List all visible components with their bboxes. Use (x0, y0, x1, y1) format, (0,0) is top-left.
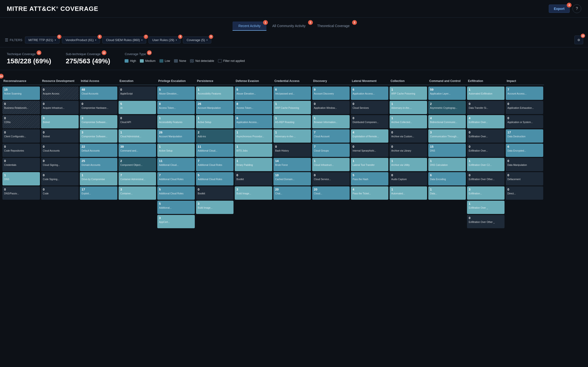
matrix-cell[interactable]: 8Access Token... (235, 101, 272, 114)
matrix-cell[interactable]: 0Credentials (2, 158, 40, 171)
matrix-cell[interactable]: 0Audio Capture (390, 172, 427, 185)
tab-theoretical-coverage[interactable]: Theoretical Coverage 3 (311, 22, 356, 31)
matrix-cell[interactable]: 11Additional Cloud... (157, 158, 195, 171)
matrix-cell[interactable]: 3AppCert... (157, 215, 195, 228)
matrix-cell[interactable]: 7Container Administrat... (119, 172, 156, 185)
matrix-cell[interactable]: 3Compromise Software... (80, 115, 117, 128)
matrix-cell[interactable]: 1BITS Jobs (235, 144, 272, 157)
matrix-cell[interactable]: 0Code Repositories (2, 144, 40, 157)
matrix-cell[interactable]: 1Active Setup (157, 144, 195, 157)
matrix-cell[interactable]: 26Account Manipulation (157, 129, 195, 143)
matrix-cell[interactable]: 5Additional Cloud Roles (196, 172, 233, 185)
matrix-cell[interactable]: 26Account Manipulation (196, 101, 233, 114)
matrix-cell[interactable]: 1DNS Calculation (428, 158, 466, 171)
matrix-cell[interactable]: 3Compromise Software... (80, 129, 117, 143)
matrix-cell[interactable]: 1Archive via Utility (390, 158, 427, 171)
matrix-cell[interactable]: 20Cloud... (312, 186, 350, 200)
matrix-cell[interactable]: 3Exfiltration... (467, 186, 504, 200)
matrix-cell[interactable]: 0Data Transfer Si... (467, 101, 504, 114)
matrix-cell[interactable]: 0AppleScript (119, 87, 156, 100)
matrix-cell[interactable]: 2Component Object... (119, 158, 156, 171)
filter-coverage[interactable]: Coverage (5) ▾ (183, 36, 211, 43)
matrix-cell[interactable]: 1ARP Cache Poisoning (390, 87, 427, 100)
matrix-cell[interactable]: 0Code (41, 186, 79, 200)
matrix-cell[interactable]: 7Account Access... (506, 87, 543, 100)
matrix-cell[interactable]: 0Cloud Signing... (41, 158, 79, 171)
matrix-cell[interactable]: 5Additional Cloud Roles (157, 186, 195, 200)
help-button[interactable]: ? (572, 4, 581, 13)
matrix-cell[interactable]: 0Client Configuratio... (2, 129, 40, 143)
matrix-cell[interactable]: 3Build Image... (196, 201, 233, 214)
matrix-cell[interactable]: 0Code Signing... (41, 172, 79, 185)
matrix-cell[interactable]: 0Distributed Componen... (351, 115, 388, 128)
matrix-cell[interactable]: 7Additional Cloud Roles (196, 158, 233, 171)
matrix-cell[interactable]: 1Active Setup (196, 115, 233, 128)
matrix-cell[interactable]: 0Compromise Hardware... (80, 101, 117, 114)
matrix-cell[interactable]: 0Exfiltration Over Other _ (467, 215, 504, 228)
matrix-cell[interactable]: 6Data Encrypted... (506, 144, 543, 157)
matrix-cell[interactable]: 0Application or System... (506, 115, 543, 128)
matrix-cell[interactable]: 11Additional Cloud... (196, 144, 233, 157)
matrix-cell[interactable]: 4Pass the Ticket... (351, 186, 388, 200)
matrix-cell[interactable]: 4Bidirectional Communic... (428, 115, 466, 128)
matrix-cell[interactable]: 2Add-ins (196, 129, 233, 143)
filter-vendor-product[interactable]: Vendor/Product (61) ▾ (62, 36, 100, 43)
matrix-cell[interactable]: 5Pass the Hash (351, 172, 388, 185)
matrix-cell[interactable]: 0Cloud Services (351, 101, 388, 114)
matrix-cell[interactable]: 0Cloud Service... (312, 172, 350, 185)
matrix-cell[interactable]: 1Lateral Tool Transfer (351, 158, 388, 171)
matrix-cell[interactable]: 1ARP Cache Poisoning (273, 101, 311, 114)
matrix-cell[interactable]: 5Abuse Elevation... (235, 87, 272, 100)
matrix-cell[interactable]: 1DNS (2, 172, 40, 185)
matrix-cell[interactable]: 0Defacement (506, 172, 543, 185)
matrix-cell[interactable]: 25Domain Accounts (80, 158, 117, 171)
matrix-cell[interactable]: 0Exfiltration Over... (467, 144, 504, 157)
matrix-cell[interactable]: 3Build Image... (235, 186, 272, 200)
matrix-cell[interactable]: 7Cloud Groups (312, 144, 350, 157)
matrix-cell[interactable]: 1Automated Exfiltration (467, 87, 504, 100)
matrix-cell[interactable]: 39Command and... (119, 144, 156, 157)
matrix-cell[interactable]: 17Exploit... (80, 186, 117, 200)
matrix-cell[interactable]: 0Direct... (506, 186, 543, 200)
matrix-cell[interactable]: 20Chat... (273, 186, 311, 200)
matrix-cell[interactable]: 6Application Access... (235, 115, 272, 128)
tab-recent-activity[interactable]: Recent Activity 1 (232, 22, 266, 31)
matrix-cell[interactable]: 59Application Layer... (428, 87, 466, 100)
matrix-cell[interactable]: 0Cloud Accounts (41, 144, 79, 157)
matrix-cell[interactable]: 0Archive via Custom... (390, 129, 427, 143)
matrix-cell[interactable]: 10Cached Domain... (273, 172, 311, 185)
matrix-cell[interactable]: 0Internal Spearphishi... (351, 144, 388, 157)
matrix-cell[interactable]: 1Cloud Administrat... (119, 129, 156, 143)
matrix-cell[interactable]: 5Additional... (157, 201, 195, 214)
matrix-cell[interactable]: 5At (119, 101, 156, 114)
matrix-cell[interactable]: 0Cloud API (119, 115, 156, 128)
matrix-cell[interactable]: 9Account Discovery (312, 87, 350, 100)
matrix-cell[interactable]: 8Access Token... (157, 101, 195, 114)
matrix-cell[interactable]: 0Acquire Access (41, 87, 79, 100)
matrix-cell[interactable]: 0Exfiltration Over... (467, 129, 504, 143)
matrix-cell[interactable]: 1Exfiltration Over _ (467, 201, 504, 214)
matrix-cell[interactable]: 0Acquire Infrastruct... (41, 101, 79, 114)
matrix-cell[interactable]: 7Cloud Account (312, 129, 350, 143)
matrix-cell[interactable]: 3Botnet (41, 115, 79, 128)
matrix-cell[interactable]: 6Data Encoding (428, 172, 466, 185)
matrix-cell[interactable]: 1Accessibility Features (196, 87, 233, 100)
matrix-cell[interactable]: 1Asynchronous Procedur... (235, 129, 272, 143)
matrix-cell[interactable]: 1Cloud Infrastruct... (312, 158, 350, 171)
matrix-cell[interactable]: 0Archive via Library (390, 144, 427, 157)
matrix-cell[interactable]: 3Communication Through... (428, 129, 466, 143)
matrix-cell[interactable]: 0Application Exhaustion... (506, 101, 543, 114)
matrix-cell[interactable]: 1Accessibility Features (157, 115, 195, 128)
matrix-cell[interactable]: 6/etc/passwd and... (273, 87, 311, 100)
filter-user-rules[interactable]: User Rules (29) ▾ (149, 36, 180, 43)
matrix-cell[interactable]: 1Adversary-in-the-... (390, 101, 427, 114)
matrix-cell[interactable]: 1Exfiltration Over C2... (467, 158, 504, 171)
matrix-cell[interactable]: 0Exfiltration Over Other... (467, 172, 504, 185)
matrix-cell[interactable]: 0Bootkit (196, 186, 233, 200)
matrix-cell[interactable]: 0Application Window... (312, 101, 350, 114)
matrix-cell[interactable]: 1Browser Information... (312, 115, 350, 128)
matrix-cell[interactable]: 15DNS (428, 144, 466, 157)
matrix-cell[interactable]: 17Data Destruction (506, 129, 543, 143)
matrix-cell[interactable]: 14Brute Force (273, 158, 311, 171)
matrix-cell[interactable]: 0Bash History (273, 144, 311, 157)
